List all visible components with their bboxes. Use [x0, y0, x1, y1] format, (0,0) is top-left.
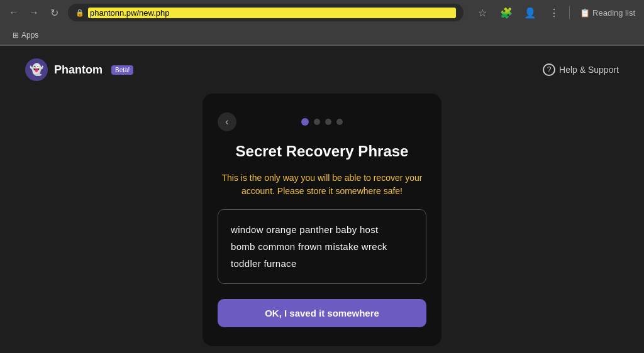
phantom-icon: 👻 [25, 58, 48, 81]
card-back-button[interactable]: ‹ [218, 112, 236, 131]
star-icon: ☆ [478, 7, 487, 19]
star-button[interactable]: ☆ [474, 4, 491, 21]
address-input[interactable] [88, 8, 456, 18]
phantom-name: Phantom [54, 63, 103, 77]
page-content: 👻 Phantom Beta! ? Help & Support ‹ Secre… [0, 46, 644, 353]
profile-icon: 👤 [524, 7, 536, 19]
apps-label: Apps [21, 31, 38, 40]
phrase-box: window orange panther baby host bomb com… [218, 209, 426, 284]
back-icon: ← [9, 7, 19, 18]
ok-saved-button[interactable]: OK, I saved it somewhere [218, 299, 426, 327]
back-button[interactable]: ← [5, 4, 23, 21]
forward-button[interactable]: → [25, 4, 43, 21]
bookmarks-bar: ⊞ Apps [0, 25, 644, 45]
reading-list-icon: 📋 [580, 8, 590, 18]
card-header: ‹ [218, 112, 426, 131]
phrase-text: window orange panther baby host bomb com… [231, 224, 387, 269]
apps-bookmark[interactable]: ⊞ Apps [8, 28, 43, 42]
extensions-button[interactable]: 🧩 [497, 4, 515, 21]
lock-icon: 🔒 [75, 9, 84, 17]
reload-icon: ↻ [50, 7, 58, 19]
chevron-left-icon: ‹ [225, 116, 228, 128]
reading-list-label: Reading list [592, 8, 635, 18]
card-title: Secret Recovery Phrase [236, 143, 409, 160]
help-support-link[interactable]: ? Help & Support [543, 63, 619, 76]
forward-icon: → [29, 7, 39, 18]
dot-2 [314, 119, 320, 125]
phantom-beta-badge: Beta! [111, 65, 133, 75]
divider [569, 6, 570, 19]
toolbar-icons: ☆ 🧩 👤 ⋮ 📋 Reading list [474, 4, 639, 21]
apps-grid-icon: ⊞ [13, 31, 19, 40]
recovery-card: ‹ Secret Recovery Phrase This is the onl… [203, 94, 441, 346]
reading-list-button[interactable]: 📋 Reading list [576, 6, 639, 20]
profile-button[interactable]: 👤 [521, 4, 539, 21]
dot-3 [325, 119, 331, 125]
card-warning: This is the only way you will be able to… [218, 171, 426, 198]
address-bar-container: 🔒 [68, 4, 464, 21]
help-icon: ? [543, 63, 555, 76]
menu-button[interactable]: ⋮ [545, 4, 563, 21]
warning-text: This is the only way you will be able to… [221, 173, 422, 196]
reload-button[interactable]: ↻ [45, 4, 63, 21]
dot-4 [336, 119, 343, 125]
menu-dots-icon: ⋮ [549, 7, 559, 19]
page-topbar: 👻 Phantom Beta! ? Help & Support [0, 46, 644, 94]
progress-dots [301, 118, 343, 126]
ghost-icon: 👻 [30, 63, 43, 77]
dot-1 [301, 118, 309, 126]
browser-chrome: ← → ↻ 🔒 ☆ 🧩 👤 ⋮ [0, 0, 644, 46]
puzzle-icon: 🧩 [500, 7, 513, 19]
browser-toolbar: ← → ↻ 🔒 ☆ 🧩 👤 ⋮ [0, 0, 644, 25]
nav-buttons: ← → ↻ [5, 4, 63, 21]
phantom-logo: 👻 Phantom Beta! [25, 58, 133, 81]
help-support-label: Help & Support [559, 65, 619, 75]
